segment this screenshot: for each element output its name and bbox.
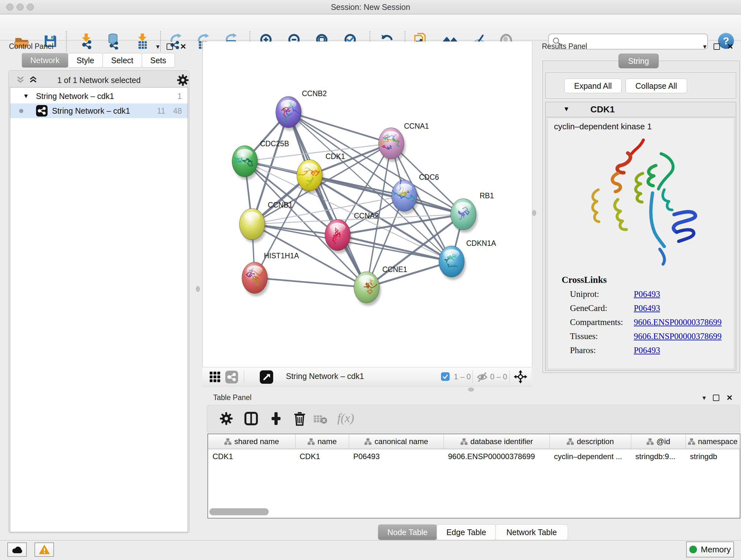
network-edge[interactable] xyxy=(255,278,367,287)
expand-collapse-box: Expand All Collapse All xyxy=(545,72,736,99)
left-splitter-handle[interactable] xyxy=(196,286,200,292)
table-panel-float-icon[interactable] xyxy=(713,395,719,401)
results-panel-close-icon[interactable]: ✕ xyxy=(727,43,733,51)
selected-node-edge-counts: 1 – 0 xyxy=(454,372,471,381)
hidden-eye-icon[interactable] xyxy=(477,372,488,382)
grid-view-icon[interactable] xyxy=(209,371,221,383)
results-panel-collapse-icon[interactable]: ▾ xyxy=(703,43,706,50)
tab-select[interactable]: Select xyxy=(103,53,142,68)
table-cell[interactable]: P06493 xyxy=(349,449,444,464)
cloud-button[interactable] xyxy=(7,543,27,557)
tab-network-table[interactable]: Network Table xyxy=(495,524,568,540)
status-bar: Memory xyxy=(0,540,741,560)
fit-selected-crosshair-icon[interactable] xyxy=(514,370,527,383)
function-builder-icon[interactable]: f(x) xyxy=(337,411,354,425)
table-cell[interactable]: stringdb xyxy=(685,449,740,464)
column-type-icon xyxy=(566,438,574,445)
network-collection-row[interactable]: ▼ String Network – cdk1 1 xyxy=(10,89,188,104)
column-header[interactable]: name xyxy=(295,434,349,449)
column-type-icon xyxy=(688,438,695,445)
table-row[interactable]: CDK1 CDK1 P06493 9606.ENSP00000378699 cy… xyxy=(208,449,740,464)
column-header[interactable]: database identifier xyxy=(444,434,549,449)
network-node-RB1[interactable]: RB1 xyxy=(451,192,494,233)
results-panel-title: Results Panel xyxy=(542,42,587,51)
network-view-title: String Network – cdk1 xyxy=(286,372,364,381)
crosslink-row: GeneCard: P06493 xyxy=(570,303,734,313)
expand-all-button[interactable]: Expand All xyxy=(564,78,622,93)
network-row-selected[interactable]: String Network – cdk1 11 48 xyxy=(10,104,188,118)
network-node-CDC6[interactable]: CDC6 xyxy=(392,173,439,214)
table-cell[interactable]: 9606.ENSP00000378699 xyxy=(444,449,549,464)
network-node-count: 11 xyxy=(157,106,165,116)
column-header[interactable]: @id xyxy=(631,434,685,449)
toolbar-separator xyxy=(509,370,510,383)
node-label-CDC25B: CDC25B xyxy=(260,139,289,148)
table-panel-collapse-icon[interactable]: ▾ xyxy=(702,394,706,401)
control-panel-collapse-icon[interactable]: ▾ xyxy=(156,43,159,50)
selected-checkbox-icon[interactable] xyxy=(441,372,450,381)
crosslink-row: Pharos: P06493 xyxy=(570,346,734,355)
column-header[interactable]: description xyxy=(549,434,631,449)
network-node-CDKN1A[interactable]: CDKN1A xyxy=(439,239,496,280)
network-options-gear-icon[interactable] xyxy=(177,74,189,86)
table-cell[interactable]: CDK1 xyxy=(295,449,349,464)
show-columns-icon[interactable] xyxy=(244,412,258,426)
horizontal-scrollbar-thumb[interactable] xyxy=(209,508,269,515)
gene-header[interactable]: ▼ CDK1 xyxy=(546,102,736,117)
toolbar-separator xyxy=(472,370,473,383)
column-header[interactable]: shared name xyxy=(208,434,295,449)
network-edge[interactable] xyxy=(288,112,391,143)
column-header[interactable]: canonical name xyxy=(349,434,444,449)
node-label-CDKN1A: CDKN1A xyxy=(466,239,496,247)
tab-sets[interactable]: Sets xyxy=(142,53,175,68)
tab-style[interactable]: Style xyxy=(68,53,103,68)
network-canvas[interactable]: CCNB2CCNA1CDC25BCDK1CDC6RB1CCNB1CCNA2CDK… xyxy=(202,42,532,367)
network-node-HIST1H1A[interactable]: HIST1H1A xyxy=(242,252,299,296)
control-panel-close-icon[interactable]: ✕ xyxy=(180,43,186,51)
gene-details: cyclin–dependent kinase 1 xyxy=(547,118,734,369)
column-header[interactable]: namespace xyxy=(685,434,740,449)
warning-button[interactable] xyxy=(35,543,54,557)
network-share-icon[interactable] xyxy=(225,371,238,383)
tab-edge-table[interactable]: Edge Table xyxy=(436,524,496,540)
crosslink-value[interactable]: P06493 xyxy=(634,346,660,355)
delete-table-icon[interactable] xyxy=(313,414,328,425)
table-cell[interactable]: CDK1 xyxy=(208,449,295,464)
network-type-icon xyxy=(36,105,48,117)
crosslink-value[interactable]: 9606.ENSP00000378699 xyxy=(634,331,722,341)
control-panel-float-icon[interactable] xyxy=(166,44,173,50)
crosslink-value[interactable]: P06493 xyxy=(634,289,660,299)
crosslink-label: Tissues: xyxy=(570,331,634,341)
network-view-toolbar: String Network – cdk1 1 – 0 0 – 0 xyxy=(202,367,532,386)
crosslink-label: Uniprot: xyxy=(570,289,634,299)
tree-expander-icon[interactable]: ▼ xyxy=(23,92,29,100)
application-window: Session: New Session xyxy=(0,0,741,560)
results-panel-float-icon[interactable] xyxy=(714,44,720,50)
memory-button[interactable]: Memory xyxy=(686,542,734,557)
results-tab-string[interactable]: String xyxy=(618,54,659,68)
bottom-splitter-handle[interactable] xyxy=(468,388,474,391)
collapse-all-button[interactable]: Collapse All xyxy=(625,78,687,93)
network-node-CCNE1[interactable]: CCNE1 xyxy=(354,265,407,306)
network-edge[interactable] xyxy=(310,175,463,214)
table-options-gear-icon[interactable] xyxy=(220,412,232,425)
table-panel-close-icon[interactable]: ✕ xyxy=(726,394,733,401)
memory-label: Memory xyxy=(701,545,731,555)
tab-node-table[interactable]: Node Table xyxy=(378,524,437,540)
node-label-CCNB2: CCNB2 xyxy=(302,89,327,98)
gene-result-box: ▼ CDK1 cyclin–dependent kinase 1 xyxy=(545,102,736,371)
network-label: String Network – cdk1 xyxy=(52,106,130,116)
delete-column-icon[interactable] xyxy=(293,411,307,426)
table-cell[interactable]: cyclin–dependent ... xyxy=(549,449,631,464)
create-column-icon[interactable] xyxy=(269,412,283,426)
crosslink-value[interactable]: P06493 xyxy=(634,303,660,313)
gene-expander-icon[interactable]: ▼ xyxy=(563,105,569,113)
tab-network[interactable]: Network xyxy=(22,53,68,68)
crosslink-label: GeneCard: xyxy=(570,303,634,313)
right-splitter-handle[interactable] xyxy=(532,210,536,216)
crosslink-value[interactable]: 9606.ENSP00000378699 xyxy=(634,317,722,327)
crosslink-row: Tissues: 9606.ENSP00000378699 xyxy=(570,331,734,341)
birds-eye-view-icon[interactable] xyxy=(260,370,273,384)
network-edge[interactable] xyxy=(288,112,367,287)
table-cell[interactable]: stringdb:9... xyxy=(631,449,685,464)
